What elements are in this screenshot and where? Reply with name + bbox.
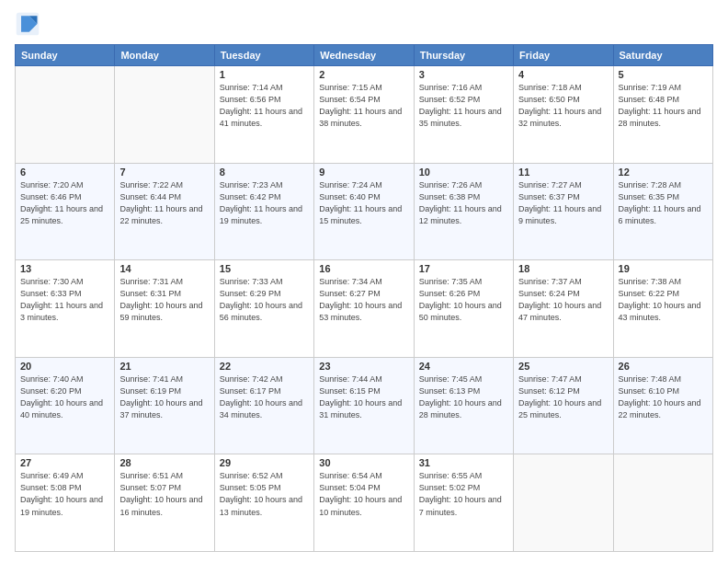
calendar-cell: 26Sunrise: 7:48 AM Sunset: 6:10 PM Dayli… — [613, 357, 712, 454]
calendar-table: SundayMondayTuesdayWednesdayThursdayFrid… — [15, 44, 713, 552]
day-number: 12 — [619, 167, 708, 178]
day-number: 21 — [119, 361, 209, 372]
day-number: 26 — [619, 361, 708, 372]
calendar-cell: 9Sunrise: 7:24 AM Sunset: 6:40 PM Daylig… — [314, 163, 414, 260]
day-info: Sunrise: 7:27 AM Sunset: 6:37 PM Dayligh… — [518, 179, 608, 227]
calendar-cell: 14Sunrise: 7:31 AM Sunset: 6:31 PM Dayli… — [115, 260, 214, 358]
calendar-cell: 22Sunrise: 7:42 AM Sunset: 6:17 PM Dayli… — [214, 357, 313, 454]
day-number: 16 — [319, 263, 408, 274]
day-info: Sunrise: 7:47 AM Sunset: 6:12 PM Dayligh… — [518, 373, 608, 421]
day-info: Sunrise: 7:22 AM Sunset: 6:44 PM Dayligh… — [119, 179, 209, 227]
calendar-cell: 23Sunrise: 7:44 AM Sunset: 6:15 PM Dayli… — [314, 357, 414, 454]
calendar-cell: 8Sunrise: 7:23 AM Sunset: 6:42 PM Daylig… — [214, 163, 313, 260]
calendar-header-saturday: Saturday — [613, 45, 712, 66]
day-info: Sunrise: 7:35 AM Sunset: 6:26 PM Dayligh… — [419, 276, 508, 324]
calendar-cell: 4Sunrise: 7:18 AM Sunset: 6:50 PM Daylig… — [514, 66, 613, 164]
day-info: Sunrise: 7:28 AM Sunset: 6:35 PM Dayligh… — [619, 179, 708, 227]
day-info: Sunrise: 7:30 AM Sunset: 6:33 PM Dayligh… — [20, 276, 109, 324]
calendar-cell: 1Sunrise: 7:14 AM Sunset: 6:56 PM Daylig… — [214, 66, 313, 164]
day-number: 3 — [419, 69, 508, 80]
calendar-cell: 2Sunrise: 7:15 AM Sunset: 6:54 PM Daylig… — [314, 66, 414, 164]
day-number: 30 — [319, 457, 408, 468]
calendar-week-3: 13Sunrise: 7:30 AM Sunset: 6:33 PM Dayli… — [16, 260, 713, 358]
calendar-cell: 17Sunrise: 7:35 AM Sunset: 6:26 PM Dayli… — [414, 260, 513, 358]
day-number: 27 — [20, 457, 109, 468]
day-info: Sunrise: 7:23 AM Sunset: 6:42 PM Dayligh… — [220, 179, 309, 227]
day-number: 5 — [619, 69, 708, 80]
day-number: 1 — [220, 69, 309, 80]
day-info: Sunrise: 7:15 AM Sunset: 6:54 PM Dayligh… — [319, 82, 408, 130]
calendar-cell: 20Sunrise: 7:40 AM Sunset: 6:20 PM Dayli… — [16, 357, 115, 454]
day-number: 9 — [319, 167, 408, 178]
calendar-header-thursday: Thursday — [414, 45, 513, 66]
logo — [15, 11, 44, 37]
calendar-week-4: 20Sunrise: 7:40 AM Sunset: 6:20 PM Dayli… — [16, 357, 713, 454]
calendar-header-tuesday: Tuesday — [214, 45, 313, 66]
calendar-cell — [514, 454, 613, 552]
day-number: 10 — [419, 167, 508, 178]
logo-icon — [15, 11, 40, 37]
calendar-header-friday: Friday — [514, 45, 613, 66]
day-number: 22 — [220, 361, 309, 372]
calendar-cell: 13Sunrise: 7:30 AM Sunset: 6:33 PM Dayli… — [16, 260, 115, 358]
calendar-week-1: 1Sunrise: 7:14 AM Sunset: 6:56 PM Daylig… — [16, 66, 713, 164]
day-info: Sunrise: 7:33 AM Sunset: 6:29 PM Dayligh… — [220, 276, 309, 324]
calendar-cell: 29Sunrise: 6:52 AM Sunset: 5:05 PM Dayli… — [214, 454, 313, 552]
page: SundayMondayTuesdayWednesdayThursdayFrid… — [0, 0, 728, 563]
calendar-cell: 21Sunrise: 7:41 AM Sunset: 6:19 PM Dayli… — [115, 357, 214, 454]
calendar-cell: 30Sunrise: 6:54 AM Sunset: 5:04 PM Dayli… — [314, 454, 414, 552]
day-info: Sunrise: 7:44 AM Sunset: 6:15 PM Dayligh… — [319, 373, 408, 421]
day-info: Sunrise: 7:16 AM Sunset: 6:52 PM Dayligh… — [419, 82, 508, 130]
day-info: Sunrise: 7:24 AM Sunset: 6:40 PM Dayligh… — [319, 179, 408, 227]
day-info: Sunrise: 7:20 AM Sunset: 6:46 PM Dayligh… — [20, 179, 109, 227]
calendar-cell: 24Sunrise: 7:45 AM Sunset: 6:13 PM Dayli… — [414, 357, 513, 454]
calendar-cell: 12Sunrise: 7:28 AM Sunset: 6:35 PM Dayli… — [613, 163, 712, 260]
calendar-cell: 31Sunrise: 6:55 AM Sunset: 5:02 PM Dayli… — [414, 454, 513, 552]
calendar-header-monday: Monday — [115, 45, 214, 66]
calendar-cell — [16, 66, 115, 164]
day-number: 14 — [119, 263, 209, 274]
day-info: Sunrise: 7:41 AM Sunset: 6:19 PM Dayligh… — [119, 373, 209, 421]
calendar-cell: 19Sunrise: 7:38 AM Sunset: 6:22 PM Dayli… — [613, 260, 712, 358]
calendar-cell: 27Sunrise: 6:49 AM Sunset: 5:08 PM Dayli… — [16, 454, 115, 552]
calendar-cell: 6Sunrise: 7:20 AM Sunset: 6:46 PM Daylig… — [16, 163, 115, 260]
day-info: Sunrise: 7:14 AM Sunset: 6:56 PM Dayligh… — [220, 82, 309, 130]
day-info: Sunrise: 7:19 AM Sunset: 6:48 PM Dayligh… — [619, 82, 708, 130]
calendar-cell — [115, 66, 214, 164]
calendar-header-row: SundayMondayTuesdayWednesdayThursdayFrid… — [16, 45, 713, 66]
calendar-header-wednesday: Wednesday — [314, 45, 414, 66]
day-info: Sunrise: 7:37 AM Sunset: 6:24 PM Dayligh… — [518, 276, 608, 324]
day-info: Sunrise: 6:51 AM Sunset: 5:07 PM Dayligh… — [119, 470, 209, 518]
day-number: 28 — [119, 457, 209, 468]
calendar-cell: 7Sunrise: 7:22 AM Sunset: 6:44 PM Daylig… — [115, 163, 214, 260]
calendar-cell: 10Sunrise: 7:26 AM Sunset: 6:38 PM Dayli… — [414, 163, 513, 260]
calendar-week-2: 6Sunrise: 7:20 AM Sunset: 6:46 PM Daylig… — [16, 163, 713, 260]
day-info: Sunrise: 6:49 AM Sunset: 5:08 PM Dayligh… — [20, 470, 109, 518]
calendar-cell: 3Sunrise: 7:16 AM Sunset: 6:52 PM Daylig… — [414, 66, 513, 164]
day-number: 23 — [319, 361, 408, 372]
calendar-cell: 25Sunrise: 7:47 AM Sunset: 6:12 PM Dayli… — [514, 357, 613, 454]
calendar-week-5: 27Sunrise: 6:49 AM Sunset: 5:08 PM Dayli… — [16, 454, 713, 552]
day-number: 24 — [419, 361, 508, 372]
calendar-cell: 15Sunrise: 7:33 AM Sunset: 6:29 PM Dayli… — [214, 260, 313, 358]
day-number: 4 — [518, 69, 608, 80]
day-info: Sunrise: 6:52 AM Sunset: 5:05 PM Dayligh… — [220, 470, 309, 518]
day-number: 7 — [119, 167, 209, 178]
calendar-header-sunday: Sunday — [16, 45, 115, 66]
calendar-cell: 5Sunrise: 7:19 AM Sunset: 6:48 PM Daylig… — [613, 66, 712, 164]
day-number: 25 — [518, 361, 608, 372]
day-number: 8 — [220, 167, 309, 178]
day-info: Sunrise: 6:54 AM Sunset: 5:04 PM Dayligh… — [319, 470, 408, 518]
day-info: Sunrise: 6:55 AM Sunset: 5:02 PM Dayligh… — [419, 470, 508, 518]
day-info: Sunrise: 7:45 AM Sunset: 6:13 PM Dayligh… — [419, 373, 508, 421]
day-number: 2 — [319, 69, 408, 80]
day-info: Sunrise: 7:48 AM Sunset: 6:10 PM Dayligh… — [619, 373, 708, 421]
day-info: Sunrise: 7:38 AM Sunset: 6:22 PM Dayligh… — [619, 276, 708, 324]
day-info: Sunrise: 7:18 AM Sunset: 6:50 PM Dayligh… — [518, 82, 608, 130]
day-number: 19 — [619, 263, 708, 274]
calendar-cell — [613, 454, 712, 552]
day-number: 11 — [518, 167, 608, 178]
calendar-cell: 18Sunrise: 7:37 AM Sunset: 6:24 PM Dayli… — [514, 260, 613, 358]
calendar-cell: 11Sunrise: 7:27 AM Sunset: 6:37 PM Dayli… — [514, 163, 613, 260]
day-number: 6 — [20, 167, 109, 178]
